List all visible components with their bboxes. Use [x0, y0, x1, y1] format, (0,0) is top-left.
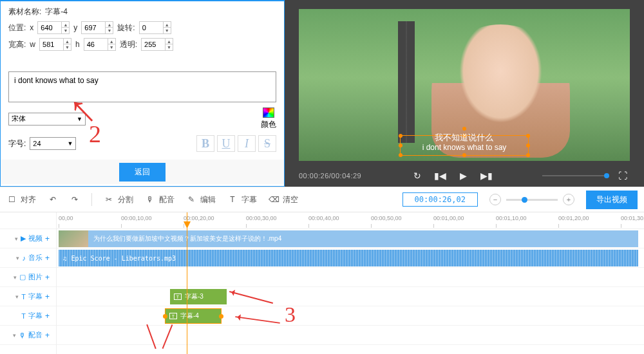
- x-stepper[interactable]: ▲▼: [37, 21, 70, 34]
- fontsize-select[interactable]: 24 ▼: [30, 137, 76, 150]
- return-button[interactable]: 返回: [119, 163, 166, 182]
- voiceover-track[interactable]: [57, 326, 644, 345]
- clip-thumbnail: [59, 230, 88, 247]
- text-icon: T: [227, 194, 238, 205]
- resize-handle[interactable]: [399, 134, 402, 138]
- collapse-icon[interactable]: ▾: [13, 332, 16, 339]
- x-input[interactable]: [38, 22, 61, 33]
- zoom-out-button[interactable]: −: [489, 194, 501, 205]
- checkbox-icon: ☐: [6, 194, 17, 205]
- material-name-label: 素材名称:: [8, 6, 41, 17]
- text-icon: T: [174, 293, 182, 300]
- w-up[interactable]: ▲: [63, 39, 71, 44]
- collapse-icon[interactable]: ▾: [15, 293, 19, 300]
- resize-handle[interactable]: [462, 153, 466, 157]
- zoom-in-button[interactable]: +: [563, 194, 574, 205]
- a-up[interactable]: ▲: [165, 39, 173, 44]
- loop-button[interactable]: ↻: [410, 169, 424, 183]
- subtitle-track-2[interactable]: T字幕-4: [57, 306, 644, 326]
- music-icon: ♪: [22, 254, 26, 262]
- playhead[interactable]: [187, 212, 187, 354]
- a-down[interactable]: ▼: [165, 44, 173, 50]
- material-name-value: 字幕-4: [45, 6, 68, 17]
- x-down[interactable]: ▼: [61, 28, 69, 33]
- collapse-icon[interactable]: ▾: [15, 236, 18, 242]
- add-track-button[interactable]: +: [45, 292, 50, 301]
- resize-handle[interactable]: [399, 153, 402, 157]
- ruler-tick: 00:01,20,00: [558, 215, 589, 221]
- alpha-input[interactable]: [142, 39, 165, 50]
- edit-button[interactable]: ✎编辑: [186, 194, 216, 205]
- font-color-button[interactable]: 颜色: [261, 107, 276, 130]
- font-family-value: 宋体: [12, 114, 26, 124]
- y-up[interactable]: ▲: [105, 22, 113, 28]
- width-input[interactable]: [40, 39, 63, 50]
- play-button[interactable]: ▶: [457, 169, 471, 183]
- video-canvas[interactable]: 我不知道说什么 i dont knows what to say: [299, 9, 630, 161]
- ruler-tick: 00:00,10,00: [121, 215, 152, 221]
- subtitle-text-input[interactable]: i dont knows what to say: [8, 71, 276, 102]
- voiceover-button[interactable]: 🎙配音: [145, 194, 175, 205]
- resize-handle[interactable]: [526, 134, 530, 138]
- video-clip[interactable]: 为什么我们要做新加坡中文视频？新加坡美女是这样子说的！.mp4: [59, 230, 638, 247]
- split-button[interactable]: ✂分割: [104, 194, 133, 205]
- w-down[interactable]: ▼: [63, 44, 71, 50]
- add-track-button[interactable]: +: [45, 331, 50, 340]
- subtitle-clip-3[interactable]: T字幕-3: [170, 289, 227, 304]
- resize-handle[interactable]: [526, 144, 530, 147]
- ruler-tick: 00:01,10,00: [496, 215, 527, 221]
- height-input[interactable]: [84, 39, 108, 50]
- video-track[interactable]: 为什么我们要做新加坡中文视频？新加坡美女是这样子说的！.mp4: [57, 229, 644, 248]
- subtitle-button[interactable]: T字幕: [227, 194, 257, 205]
- height-stepper[interactable]: ▲▼: [84, 38, 116, 51]
- italic-button[interactable]: I: [238, 135, 256, 152]
- font-family-select[interactable]: 宋体 ▼: [8, 113, 86, 126]
- subtitle-clip-4[interactable]: T字幕-4: [165, 308, 222, 324]
- audio-clip[interactable]: ♫Epic Score - Liberators.mp3: [59, 250, 638, 266]
- undo-button[interactable]: ↶: [48, 194, 58, 205]
- rotation-input[interactable]: [140, 22, 163, 33]
- audio-track[interactable]: ♫Epic Score - Liberators.mp3: [57, 248, 644, 268]
- add-track-button[interactable]: +: [45, 312, 50, 321]
- add-track-button[interactable]: +: [45, 273, 50, 282]
- image-track[interactable]: [57, 268, 644, 287]
- fontsize-value: 24: [33, 140, 41, 147]
- microphone-icon: 🎙: [19, 331, 26, 339]
- y-stepper[interactable]: ▲▼: [81, 21, 113, 34]
- add-track-button[interactable]: +: [45, 254, 50, 263]
- align-toggle[interactable]: ☐对齐: [6, 194, 36, 205]
- collapse-icon[interactable]: ▾: [16, 255, 19, 261]
- bold-button[interactable]: B: [196, 135, 214, 152]
- rotation-stepper[interactable]: ▲▼: [139, 21, 171, 34]
- volume-slider[interactable]: [542, 175, 607, 176]
- strike-button[interactable]: S: [258, 135, 276, 152]
- ruler-tick: 00:00,50,00: [371, 215, 402, 221]
- h-up[interactable]: ▲: [108, 39, 115, 44]
- underline-button[interactable]: U: [217, 135, 235, 152]
- resize-handle[interactable]: [526, 153, 530, 157]
- resize-handle[interactable]: [399, 144, 402, 147]
- export-video-button[interactable]: 导出视频: [586, 191, 638, 209]
- prev-button[interactable]: ▮◀: [433, 169, 448, 183]
- subtitle-track-1[interactable]: T字幕-3: [57, 287, 644, 306]
- rotate-handle[interactable]: [462, 127, 466, 131]
- h-down[interactable]: ▼: [108, 44, 115, 50]
- rot-up[interactable]: ▲: [163, 22, 171, 28]
- fullscreen-button[interactable]: ⛶: [616, 169, 630, 183]
- alpha-stepper[interactable]: ▲▼: [141, 38, 173, 51]
- rot-down[interactable]: ▼: [163, 28, 171, 33]
- current-time-display: 00:00:26,02: [402, 192, 478, 207]
- zoom-slider[interactable]: [506, 199, 558, 201]
- y-input[interactable]: [82, 22, 105, 33]
- redo-button[interactable]: ↷: [70, 194, 80, 205]
- add-track-button[interactable]: +: [45, 234, 50, 243]
- clear-button[interactable]: ⌫清空: [269, 194, 298, 205]
- subtitle-track-label-2: T字幕+: [0, 306, 56, 326]
- time-ruler[interactable]: 00,00 00:00,10,00 00:00,20,00 00:00,30,0…: [57, 212, 644, 229]
- collapse-icon[interactable]: ▾: [14, 274, 17, 281]
- alpha-label: 透明:: [120, 39, 137, 50]
- y-down[interactable]: ▼: [105, 28, 113, 33]
- x-up[interactable]: ▲: [61, 22, 69, 28]
- width-stepper[interactable]: ▲▼: [39, 38, 71, 51]
- next-button[interactable]: ▶▮: [480, 169, 494, 183]
